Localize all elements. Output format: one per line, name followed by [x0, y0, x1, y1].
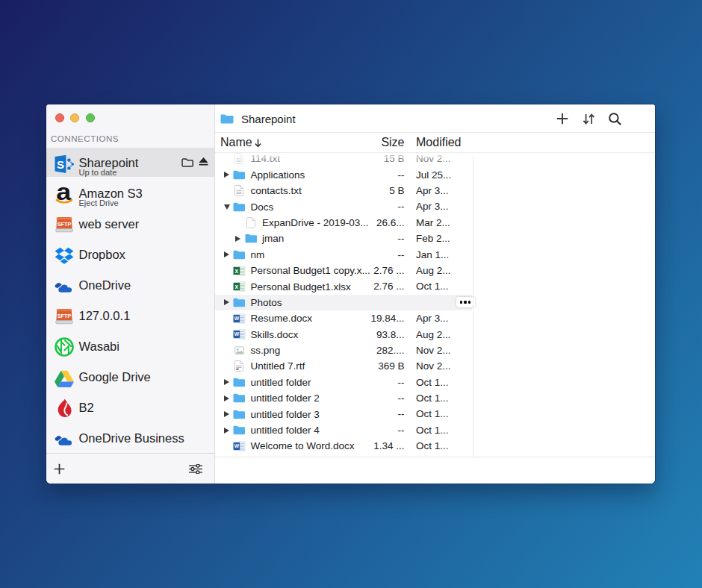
svg-text:W: W	[234, 316, 240, 321]
svg-text:SFTP: SFTP	[58, 312, 72, 319]
svg-text:x: x	[235, 284, 239, 290]
svg-text:x: x	[235, 267, 239, 274]
svg-text:S: S	[57, 157, 64, 170]
svg-text:W: W	[234, 332, 240, 337]
svg-text:SFTP: SFTP	[58, 220, 72, 227]
svg-text:W: W	[234, 443, 240, 448]
